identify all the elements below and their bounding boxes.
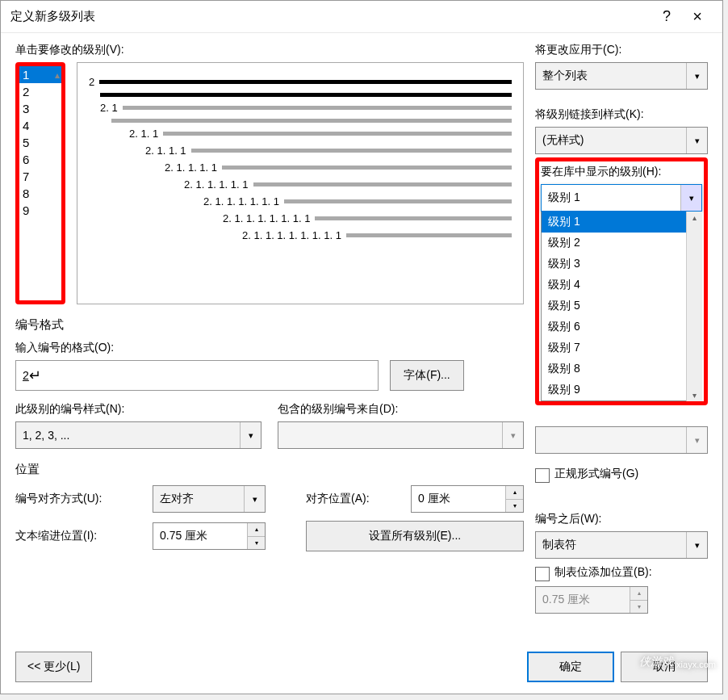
show-level-select[interactable]: 级别 1 ▾ bbox=[541, 184, 702, 212]
preview-num-3: 2. 1. 1 bbox=[129, 128, 158, 140]
scroll-arrow-icon: ▴ bbox=[55, 69, 60, 81]
tab-stop-checkbox[interactable] bbox=[535, 567, 550, 581]
level-item-9[interactable]: 9 bbox=[19, 202, 61, 219]
dropdown-option[interactable]: 级别 5 bbox=[542, 296, 701, 316]
include-prev-label: 包含的级别编号来自(D): bbox=[278, 402, 524, 417]
spin-down-icon[interactable]: ▾ bbox=[506, 500, 523, 513]
level-item-6[interactable]: 6 bbox=[19, 151, 61, 168]
ok-button[interactable]: 确定 bbox=[527, 652, 614, 682]
preview-num-9: 2. 1. 1. 1. 1. 1. 1. 1. 1 bbox=[242, 229, 341, 241]
preview-num-8: 2. 1. 1. 1. 1. 1. 1. 1 bbox=[223, 212, 310, 224]
preview-num-6: 2. 1. 1. 1. 1. 1 bbox=[184, 178, 249, 191]
legal-number-checkbox[interactable] bbox=[535, 468, 550, 483]
spin-down-icon[interactable]: ▾ bbox=[248, 537, 265, 550]
set-all-levels-button[interactable]: 设置所有级别(E)... bbox=[306, 521, 524, 551]
preview-num-5: 2. 1. 1. 1. 1 bbox=[165, 161, 217, 174]
chevron-down-icon: ▾ bbox=[244, 486, 265, 512]
titlebar: 定义新多级列表 ? × bbox=[1, 1, 722, 33]
number-format-input[interactable]: 2↵ bbox=[15, 360, 379, 391]
indent-spinner[interactable]: 0.75 厘米 ▴▾ bbox=[153, 522, 266, 550]
level-item-2[interactable]: 2 bbox=[19, 83, 61, 100]
apply-to-select[interactable]: 整个列表 ▾ bbox=[535, 62, 708, 90]
link-style-select[interactable]: (无样式) ▾ bbox=[535, 127, 708, 154]
chevron-down-icon: ▾ bbox=[686, 63, 707, 89]
help-button[interactable]: ? bbox=[651, 8, 682, 25]
scroll-down-icon[interactable]: ▾ bbox=[691, 389, 698, 401]
less-button[interactable]: << 更少(L) bbox=[15, 652, 92, 682]
chevron-down-icon: ▾ bbox=[686, 427, 707, 453]
spin-up-icon[interactable]: ▴ bbox=[248, 523, 265, 537]
spin-up-icon: ▴ bbox=[630, 587, 647, 601]
tab-stop-label: 制表位添加位置(B): bbox=[554, 565, 652, 580]
chevron-down-icon: ▾ bbox=[686, 128, 707, 153]
chevron-down-icon: ▾ bbox=[686, 532, 707, 558]
preview-pane: 2 2. 1 2. 1. 1 2. 1. 1. 1 2. 1. 1. 1. 1 … bbox=[77, 62, 524, 304]
num-style-label: 此级别的编号样式(N): bbox=[15, 402, 261, 417]
show-level-dropdown[interactable]: 级别 1 级别 2 级别 3 级别 4 级别 5 级别 6 级别 7 级别 8 … bbox=[541, 212, 702, 401]
spin-up-icon[interactable]: ▴ bbox=[506, 486, 523, 500]
align-select[interactable]: 左对齐 ▾ bbox=[153, 485, 266, 513]
dialog-define-multilevel-list: 定义新多级列表 ? × 单击要修改的级别(V): 1 2 3 4 5 bbox=[0, 0, 723, 694]
indent-label: 文本缩进位置(I): bbox=[15, 529, 144, 543]
dropdown-option[interactable]: 级别 9 bbox=[542, 379, 701, 400]
legal-number-label: 正规形式编号(G) bbox=[554, 467, 638, 481]
close-button[interactable]: × bbox=[682, 7, 713, 26]
dropdown-option[interactable]: 级别 8 bbox=[542, 358, 701, 379]
section-position: 位置 bbox=[15, 462, 524, 477]
dropdown-option[interactable]: 级别 4 bbox=[542, 275, 701, 296]
level-item-4[interactable]: 4 bbox=[19, 117, 61, 134]
include-prev-select: ▾ bbox=[278, 421, 524, 449]
enter-format-label: 输入编号的格式(O): bbox=[15, 341, 524, 355]
align-at-label: 对齐位置(A): bbox=[306, 492, 403, 506]
chevron-down-icon: ▾ bbox=[680, 185, 701, 211]
dialog-title: 定义新多级列表 bbox=[10, 9, 651, 24]
level-listbox[interactable]: 1 2 3 4 5 6 7 8 9 ▴ bbox=[15, 62, 65, 304]
cancel-button[interactable]: 取消 bbox=[621, 652, 708, 682]
preview-num-1: 2 bbox=[89, 76, 94, 88]
dropdown-option[interactable]: 级别 2 bbox=[542, 233, 701, 254]
chevron-down-icon: ▾ bbox=[502, 422, 523, 448]
show-level-label: 要在库中显示的级别(H): bbox=[541, 165, 702, 179]
dropdown-option[interactable]: 级别 6 bbox=[542, 316, 701, 337]
align-at-spinner[interactable]: 0 厘米 ▴▾ bbox=[411, 485, 524, 513]
scroll-up-icon[interactable]: ▴ bbox=[691, 212, 698, 224]
align-label: 编号对齐方式(U): bbox=[15, 492, 144, 506]
num-style-select[interactable]: 1, 2, 3, ... ▾ bbox=[15, 421, 261, 449]
dropdown-scrollbar[interactable]: ▴▾ bbox=[686, 212, 702, 401]
preview-num-7: 2. 1. 1. 1. 1. 1. 1 bbox=[203, 195, 279, 207]
tab-stop-spinner: 0.75 厘米 ▴▾ bbox=[535, 586, 648, 614]
dropdown-option[interactable]: 级别 7 bbox=[542, 337, 701, 358]
after-number-select[interactable]: 制表符 ▾ bbox=[535, 531, 708, 559]
level-item-7[interactable]: 7 bbox=[19, 168, 61, 185]
level-item-5[interactable]: 5 bbox=[19, 134, 61, 151]
font-button[interactable]: 字体(F)... bbox=[390, 360, 464, 391]
dropdown-option[interactable]: 级别 3 bbox=[542, 254, 701, 275]
dropdown-option[interactable]: 级别 1 bbox=[542, 212, 701, 233]
level-item-3[interactable]: 3 bbox=[19, 100, 61, 117]
after-number-label: 编号之后(W): bbox=[535, 512, 708, 526]
preview-num-4: 2. 1. 1. 1 bbox=[145, 145, 186, 157]
section-number-format: 编号格式 bbox=[15, 317, 524, 333]
preview-num-2: 2. 1 bbox=[100, 102, 118, 114]
click-level-label: 单击要修改的级别(V): bbox=[15, 43, 524, 57]
apply-to-label: 将更改应用于(C): bbox=[535, 43, 708, 57]
chevron-down-icon: ▾ bbox=[240, 422, 261, 448]
level-item-8[interactable]: 8 bbox=[19, 185, 61, 202]
listnum-field-select: ▾ bbox=[535, 426, 708, 454]
link-style-label: 将级别链接到样式(K): bbox=[535, 107, 708, 122]
spin-down-icon: ▾ bbox=[630, 601, 647, 614]
